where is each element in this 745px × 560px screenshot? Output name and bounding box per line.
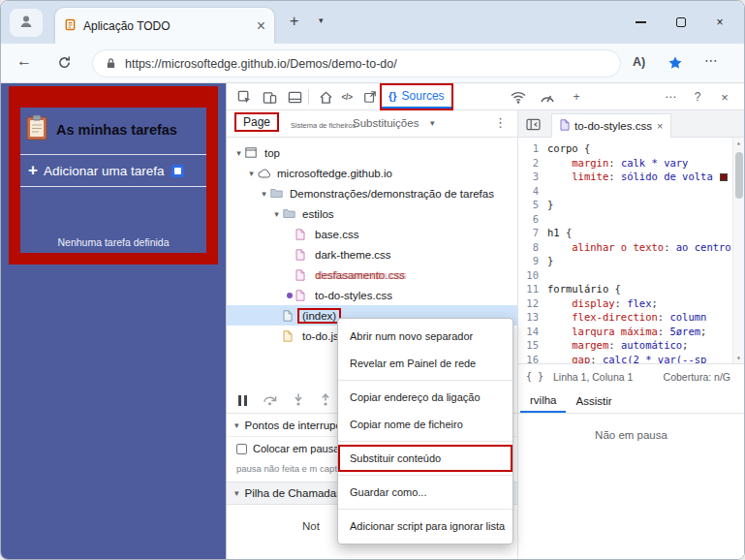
inspect-element-icon[interactable] <box>234 87 254 107</box>
browser-menu-button[interactable]: ⋯ <box>704 52 718 68</box>
step-into-icon[interactable] <box>293 392 304 410</box>
window-maximize-button[interactable] <box>661 1 701 44</box>
step-over-icon[interactable] <box>263 392 277 410</box>
line-number[interactable]: 13 <box>518 310 543 325</box>
code-line[interactable]: h1 { <box>547 226 732 240</box>
new-tab-button[interactable]: + <box>290 13 298 30</box>
code-line[interactable] <box>547 212 732 227</box>
tree-item-microsoftedge-github-io[interactable]: ▾microsoftedge.github.io <box>227 163 517 183</box>
devtools-help-button[interactable]: ? <box>688 87 707 107</box>
network-conditions-icon[interactable] <box>509 87 528 107</box>
favorite-star-icon[interactable] <box>667 55 683 75</box>
open-panel-icon[interactable] <box>360 87 380 107</box>
navigator-kebab-menu-icon[interactable]: ⋮ <box>494 115 507 130</box>
line-number[interactable]: 10 <box>518 268 543 283</box>
window-close-button[interactable]: × <box>699 1 740 44</box>
line-number[interactable]: 4 <box>518 184 543 199</box>
line-number[interactable]: 9 <box>518 254 543 268</box>
pause-script-icon[interactable] <box>238 395 247 406</box>
browser-tab[interactable]: Aplicação TODO × <box>55 8 274 44</box>
tab-page[interactable]: Page <box>236 114 277 130</box>
expand-arrow-icon[interactable]: ▾ <box>233 148 245 158</box>
tab-overrides[interactable]: Substituições <box>353 117 419 129</box>
collapse-navigator-icon[interactable] <box>526 117 541 135</box>
line-number[interactable]: 7 <box>518 226 543 240</box>
add-task-button[interactable]: + Adicionar uma tarefa <box>20 154 206 187</box>
color-swatch[interactable] <box>720 173 728 181</box>
tree-item-base-css[interactable]: base.css <box>227 224 517 244</box>
pretty-print-icon[interactable]: { } <box>526 371 543 382</box>
tab-list-chevron-icon[interactable]: ▾ <box>319 16 324 25</box>
refresh-button[interactable] <box>57 55 72 74</box>
line-number[interactable]: 8 <box>518 240 543 255</box>
code-line[interactable]: display: flex; <box>547 296 732 311</box>
tree-item-top[interactable]: ▾top <box>227 142 517 163</box>
code-line[interactable]: gap: calc(2 * var(--sp <box>547 353 732 364</box>
pause-checkbox[interactable] <box>236 444 247 454</box>
tree-item-dark-theme-css[interactable]: dark-theme.css <box>227 244 517 264</box>
menu-item-substituir-conte-do[interactable]: Substituir conteúdo <box>338 445 512 472</box>
line-number[interactable]: 15 <box>518 338 543 353</box>
menu-item-revelar-em-painel-de-rede[interactable]: Revelar em Painel de rede <box>338 350 512 377</box>
dock-panel-icon[interactable] <box>285 87 304 107</box>
back-button[interactable]: ← <box>16 52 32 70</box>
tree-item-estilos[interactable]: ▾estilos <box>227 203 517 224</box>
code-line[interactable]: formulário { <box>547 282 732 296</box>
menu-item-copiar-nome-de-ficheiro[interactable]: Copiar nome de ficheiro <box>338 411 512 438</box>
tree-item-to-do-styles-css[interactable]: to-do-styles.css <box>227 285 517 305</box>
code-line[interactable]: margem: automático; <box>547 338 732 353</box>
read-aloud-button[interactable]: A) <box>633 55 645 69</box>
code-line[interactable]: flex-direction: column <box>547 310 732 325</box>
profile-button[interactable] <box>10 9 43 37</box>
window-minimize-button[interactable] <box>620 1 661 44</box>
menu-item-guardar-como[interactable]: Guardar como... <box>338 479 512 506</box>
line-number[interactable]: 2 <box>518 156 543 171</box>
close-file-tab-icon[interactable]: × <box>657 120 663 132</box>
performance-gauge-icon[interactable] <box>538 87 557 107</box>
code-line[interactable] <box>547 268 732 283</box>
scroll-up-icon[interactable]: ▴ <box>733 139 744 147</box>
devtools-close-button[interactable]: × <box>715 87 734 107</box>
code-editor[interactable]: 12345678910111213141516 corpo { margin: … <box>518 138 744 363</box>
line-number[interactable]: 1 <box>518 141 543 156</box>
line-number[interactable]: 3 <box>518 170 543 184</box>
address-bar[interactable]: https://microsoftedge.github.io/Demos/de… <box>92 49 621 78</box>
menu-item-adicionar-script-para-ignorar-lista[interactable]: Adicionar script para ignorar lista <box>338 513 512 540</box>
line-number[interactable]: 14 <box>518 325 543 339</box>
expand-arrow-icon[interactable]: ▾ <box>245 169 258 178</box>
tree-item-demonstra-es-demonstra-o-de-tarefas[interactable]: ▾Demonstrações/demonstração de tarefas <box>227 183 517 203</box>
code-line[interactable]: margin: calk * vary <box>547 156 732 171</box>
line-number[interactable]: 5 <box>518 198 543 212</box>
tab-scope-partial[interactable]: rvilha <box>520 389 566 413</box>
translate-widget-icon[interactable] <box>171 165 184 177</box>
code-line[interactable]: limite: sólido de volta f <box>547 170 732 184</box>
devtools-more-menu[interactable]: ⋯ <box>661 87 680 107</box>
tab-filesystem[interactable]: Sistema de ficheiros <box>291 121 357 130</box>
line-number[interactable]: 11 <box>518 282 543 296</box>
editor-scrollbar[interactable]: ▴ ▾ <box>732 138 744 363</box>
line-number[interactable]: 16 <box>518 353 543 364</box>
line-number[interactable]: 12 <box>518 296 543 311</box>
more-tabs-chevron-icon[interactable]: ▾ <box>430 118 435 128</box>
elements-panel-icon[interactable]: </> <box>337 87 357 107</box>
code-line[interactable] <box>547 184 732 199</box>
scrollbar-thumb[interactable] <box>735 152 743 199</box>
menu-item-abrir-num-novo-separador[interactable]: Abrir num novo separador <box>338 323 512 350</box>
code-line[interactable]: } <box>547 254 732 268</box>
line-number[interactable]: 6 <box>518 212 543 227</box>
device-toolbar-icon[interactable] <box>260 87 279 107</box>
code-line[interactable]: larqura máxima: 5ørem; <box>547 325 732 339</box>
tree-item-desfasamento-css[interactable]: desfasamento.css <box>227 264 517 285</box>
home-icon[interactable] <box>316 87 335 107</box>
scroll-down-icon[interactable]: ▾ <box>733 354 744 362</box>
expand-arrow-icon[interactable]: ▾ <box>270 209 283 219</box>
tab-sources[interactable]: {} Sources <box>382 85 451 109</box>
expand-arrow-icon[interactable]: ▾ <box>258 189 270 199</box>
tab-watch[interactable]: Assistir <box>566 389 621 413</box>
add-pane-button[interactable]: + <box>567 87 586 107</box>
tab-close-icon[interactable]: × <box>257 17 265 35</box>
code-line[interactable]: corpo { <box>547 141 732 156</box>
step-out-icon[interactable] <box>320 392 331 410</box>
code-line[interactable]: alinhar o texto: ao centro; <box>547 240 732 255</box>
editor-file-tab[interactable]: to-do-styles.css × <box>551 113 671 138</box>
